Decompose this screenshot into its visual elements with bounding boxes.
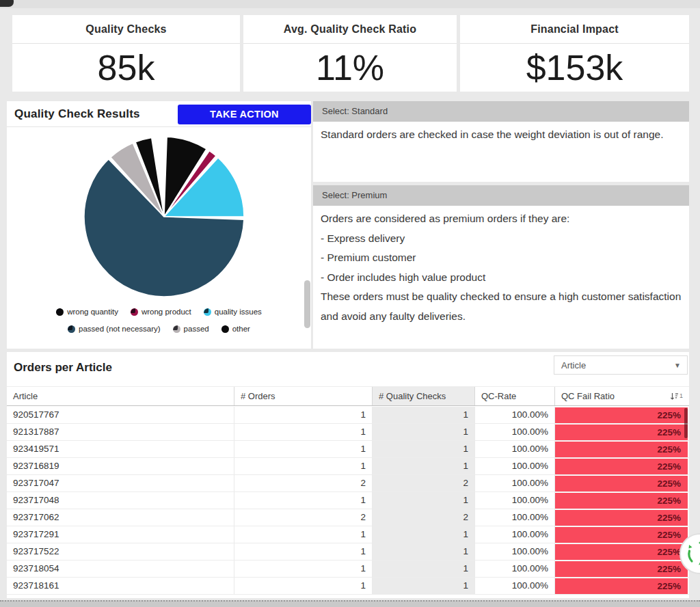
column-header-article[interactable]: Article (7, 387, 234, 405)
qc-fail-ratio-highlight: 225% (555, 510, 688, 526)
table-row[interactable]: 92371704811100.00%225% (7, 492, 689, 509)
legend-item-label: quality issues (215, 308, 262, 316)
take-action-button[interactable]: TAKE ACTION (178, 105, 311, 124)
info-text-line: These orders must be quality checked to … (321, 287, 682, 326)
legend-color-dot-icon (221, 325, 229, 333)
column-header-qc-fail-ratio[interactable]: QC Fail Ratio 1 (555, 387, 689, 405)
legend-item-passed-not-necessary-[interactable]: passed (not necessary) (68, 325, 161, 333)
kpi-row: Quality Checks 85k Avg. Quality Check Ra… (12, 15, 689, 92)
info-text-line: - Express delivery (321, 229, 682, 249)
legend-item-wrong-quantity[interactable]: wrong quantity (56, 308, 118, 316)
legend-row: passed (not necessary)passedother (7, 325, 311, 333)
cell-orders: 1 (234, 458, 373, 474)
cell-orders: 2 (234, 509, 373, 526)
legend-color-dot-icon (204, 308, 211, 316)
info-text-line: - Premium customer (321, 248, 682, 268)
cell-quality-checks: 1 (373, 578, 475, 594)
cell-quality-checks: 2 (373, 475, 475, 491)
panel-scrollbar-thumb[interactable] (304, 280, 310, 328)
kpi-card-quality-checks[interactable]: Quality Checks 85k (12, 15, 240, 92)
table-row[interactable]: 92371752211100.00%225% (7, 543, 689, 561)
cell-qc-fail-ratio: 225% (555, 424, 689, 440)
table-row[interactable]: 92371706222100.00%225% (7, 509, 689, 526)
kpi-card-financial-impact[interactable]: Financial Impact $153k (460, 15, 689, 92)
cell-qc-fail-ratio: 225% (555, 526, 689, 543)
cell-quality-checks: 1 (373, 492, 475, 509)
kpi-card-avg-quality-check-ratio[interactable]: Avg. Quality Check Ratio 11% (243, 15, 457, 92)
legend-color-dot-icon (131, 308, 138, 316)
table-row[interactable]: 92371729111100.00%225% (7, 526, 689, 543)
cell-orders: 1 (234, 424, 373, 440)
column-header-quality-checks[interactable]: # Quality Checks (373, 387, 475, 405)
column-header-qc-rate[interactable]: QC-Rate (475, 387, 555, 405)
sort-descending-icon: 1 (670, 387, 683, 405)
cell-qc-fail-ratio: 225% (555, 475, 689, 491)
cell-qc-fail-ratio: 225% (555, 561, 689, 577)
legend-dot-shade (221, 325, 226, 330)
table-row[interactable]: 92341957111100.00%225% (7, 441, 689, 458)
select-premium-header[interactable]: Select: Premium (313, 185, 689, 206)
cell-qc-rate: 100.00% (475, 407, 555, 423)
legend-row: wrong quantitywrong productquality issue… (7, 308, 311, 316)
legend-item-passed[interactable]: passed (173, 325, 209, 333)
table-body: 92051776711100.00%225%92131788711100.00%… (7, 407, 689, 595)
legend-item-wrong-product[interactable]: wrong product (131, 308, 191, 316)
table-row[interactable]: 92371816111100.00%225% (7, 578, 689, 595)
cell-orders: 1 (234, 561, 373, 577)
table-scrollbar-thumb[interactable] (684, 408, 688, 438)
cell-qc-rate: 100.00% (475, 492, 555, 509)
legend-item-label: wrong quantity (67, 308, 118, 316)
legend-dot-shade (131, 308, 135, 313)
quality-results-pie-chart (7, 127, 311, 306)
qc-fail-ratio-highlight: 225% (555, 578, 688, 594)
cell-qc-fail-ratio: 225% (555, 407, 689, 423)
legend-item-label: other (232, 325, 250, 333)
kpi-title: Financial Impact (460, 15, 689, 44)
info-text-line: - Order includes high value product (321, 268, 682, 288)
legend-item-quality-issues[interactable]: quality issues (204, 308, 262, 316)
cell-quality-checks: 1 (373, 543, 475, 560)
cell-qc-fail-ratio: 225% (555, 578, 689, 594)
cell-article: 923717522 (7, 543, 234, 560)
cell-quality-checks: 1 (373, 561, 475, 577)
table-row[interactable]: 92371805411100.00%225% (7, 561, 689, 578)
qc-fail-ratio-highlight: 225% (555, 561, 688, 577)
quality-panel-title-bar: Quality Check Results TAKE ACTION (7, 101, 311, 127)
legend-dot-shade (173, 325, 178, 330)
chevron-down-icon: ▼ (674, 362, 687, 369)
kpi-title: Avg. Quality Check Ratio (243, 15, 457, 44)
qc-fail-ratio-highlight: 225% (555, 407, 688, 423)
orders-per-article-panel: Orders per Article Article ▼ Article # O… (7, 352, 689, 598)
table-row[interactable]: 92371681911100.00%225% (7, 458, 689, 475)
qc-fail-ratio-highlight: 225% (555, 493, 688, 509)
cell-quality-checks: 1 (373, 407, 475, 423)
cell-qc-rate: 100.00% (475, 424, 555, 440)
kpi-value: $153k (460, 44, 689, 92)
select-premium-description: Orders are considered as premium orders … (313, 206, 689, 349)
article-filter-dropdown[interactable]: Article ▼ (554, 355, 688, 375)
info-text-line: Orders are considered as premium orders … (321, 209, 682, 229)
cell-quality-checks: 2 (373, 509, 475, 526)
cell-article: 920517767 (7, 407, 234, 423)
table-row[interactable]: 92131788711100.00%225% (7, 424, 689, 441)
cell-quality-checks: 1 (373, 424, 475, 440)
cell-quality-checks: 1 (373, 526, 475, 543)
top-window-band (0, 0, 700, 8)
legend-item-label: passed (not necessary) (79, 325, 161, 333)
column-header-orders[interactable]: # Orders (234, 387, 373, 405)
cell-quality-checks: 1 (373, 441, 475, 457)
legend-item-label: wrong product (142, 308, 191, 316)
cell-article: 923718161 (7, 578, 234, 594)
table-row[interactable]: 92051776711100.00%225% (7, 407, 689, 424)
cell-orders: 1 (234, 492, 373, 509)
quality-check-results-panel: Quality Check Results TAKE ACTION wrong … (7, 101, 311, 349)
cell-qc-fail-ratio: 225% (555, 509, 689, 526)
cell-orders: 1 (234, 407, 373, 423)
table-row[interactable]: 92371704722100.00%225% (7, 475, 689, 492)
cell-orders: 1 (234, 543, 373, 560)
select-standard-header[interactable]: Select: Standard (313, 101, 689, 122)
cell-article: 923717062 (7, 509, 234, 526)
legend-color-dot-icon (173, 325, 180, 333)
cell-orders: 1 (234, 441, 373, 457)
legend-item-other[interactable]: other (221, 325, 250, 333)
